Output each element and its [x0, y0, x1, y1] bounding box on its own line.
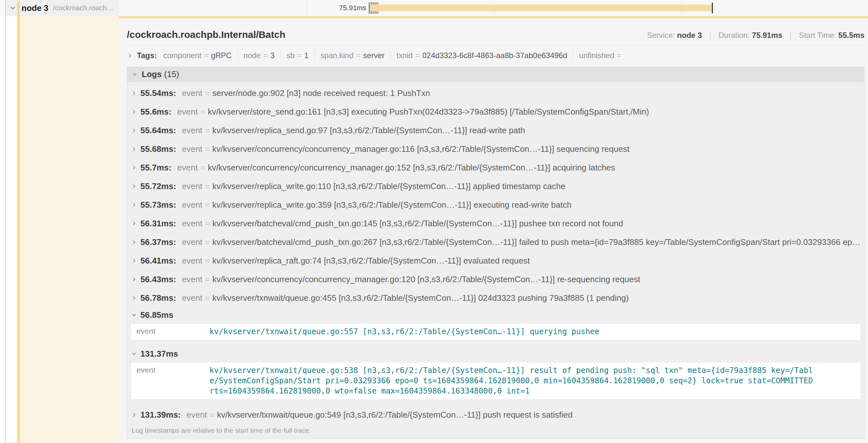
tag-key: span.kind: [320, 51, 354, 60]
log-timestamp: 55.68ms:: [141, 144, 176, 154]
logs-accordion-header[interactable]: Logs (15): [127, 67, 864, 82]
log-timestamp: 56.41ms:: [141, 256, 176, 266]
tag-key: unfinished: [579, 51, 614, 60]
log-field-key: event: [187, 410, 207, 420]
span-duration-label: 75.91ms: [302, 0, 366, 16]
chevron-right-icon[interactable]: [131, 109, 137, 115]
log-field-value: kv/kvserver/batcheval/cmd_push_txn.go:14…: [212, 218, 623, 229]
chevron-right-icon[interactable]: [131, 295, 137, 301]
tag-value: gRPC: [211, 51, 231, 60]
chevron-right-icon[interactable]: [131, 202, 137, 208]
chevron-right-icon[interactable]: [131, 183, 137, 190]
chevron-right-icon[interactable]: [131, 276, 137, 282]
tag-separator: [390, 51, 391, 60]
service-value: node 3: [677, 31, 702, 39]
log-field-key: event: [182, 237, 203, 247]
service-label: Service:: [647, 31, 675, 39]
log-field-value: kv/kvserver/batcheval/cmd_push_txn.go:26…: [212, 237, 860, 247]
log-row[interactable]: 56.43ms: event = kv/kvserver/concurrency…: [127, 270, 864, 288]
tag-item: txnid = 024d3323-6c8f-4863-aa8b-37ab0e63…: [396, 51, 567, 60]
log-equals: =: [205, 88, 210, 98]
chevron-down-icon[interactable]: [131, 312, 137, 318]
span-service-name: node 3: [22, 3, 49, 13]
log-row-expanded-header[interactable]: 131.37ms: [127, 346, 864, 362]
log-row[interactable]: 56.31ms: event = kv/kvserver/batcheval/c…: [127, 214, 864, 233]
meta-separator: |: [709, 31, 711, 39]
log-field-key: event: [182, 293, 203, 303]
log-field-key: event: [182, 144, 203, 154]
duration-label: Duration:: [719, 31, 750, 39]
log-row[interactable]: 55.73ms: event = kv/kvserver/replica_wri…: [127, 196, 864, 214]
log-timestamp: 131.39ms:: [141, 410, 181, 420]
log-equals: =: [200, 163, 205, 173]
span-detail-title: /cockroach.roachpb.Internal/Batch: [127, 29, 285, 40]
log-field-key: event: [182, 256, 203, 266]
chevron-right-icon[interactable]: [131, 239, 137, 245]
log-rows: 55.54ms: event = server/node.go:902 [n3]…: [127, 82, 864, 424]
chevron-down-icon[interactable]: [132, 71, 138, 77]
log-equals: =: [205, 181, 210, 191]
log-equals: =: [205, 256, 210, 266]
log-row[interactable]: 55.6ms: event = kv/kvserver/store_send.g…: [127, 102, 864, 121]
chevron-right-icon[interactable]: [131, 146, 137, 152]
log-row-expanded-header[interactable]: 56.85ms: [127, 307, 864, 322]
log-timestamp: 56.78ms:: [141, 293, 176, 303]
tag-equals: =: [617, 51, 621, 60]
log-field-value: kv/kvserver/concurrency/concurrency_mana…: [212, 274, 640, 284]
start-time-label: Start Time:: [799, 31, 836, 39]
log-row[interactable]: 55.68ms: event = kv/kvserver/concurrency…: [127, 140, 864, 158]
log-equals: =: [205, 126, 210, 135]
tag-equals: =: [356, 51, 361, 60]
tag-equals: =: [297, 51, 302, 60]
tag-equals: =: [263, 51, 268, 60]
log-timestamp: 55.72ms:: [141, 181, 176, 191]
span-name-tab[interactable]: node 3 /cockroach.roach…: [5, 0, 119, 16]
tag-key: node: [244, 51, 260, 60]
chevron-down-icon[interactable]: [9, 4, 17, 11]
log-detail-value: kv/kvserver/txnwait/queue.go:557 [n3,s3,…: [210, 323, 828, 340]
chevron-right-icon[interactable]: [131, 90, 137, 96]
log-field-value: kv/kvserver/store_send.go:161 [n3,s3] ex…: [208, 107, 649, 117]
span-timeline-row[interactable]: node 3 /cockroach.roach… 75.91ms: [0, 0, 868, 16]
log-row[interactable]: 56.37ms: event = kv/kvserver/batcheval/c…: [127, 233, 864, 251]
log-equals: =: [205, 144, 210, 154]
log-row[interactable]: 55.7ms: event = kv/kvserver/concurrency/…: [127, 158, 864, 177]
chevron-right-icon[interactable]: [131, 165, 137, 171]
log-row[interactable]: 55.64ms: event = kv/kvserver/replica_sen…: [127, 121, 864, 140]
log-timestamp: 55.73ms:: [141, 200, 176, 210]
log-timestamp: 56.31ms:: [141, 218, 176, 229]
log-field-key: event: [182, 88, 203, 98]
log-equals: =: [205, 200, 210, 210]
log-row[interactable]: 55.72ms: event = kv/kvserver/replica_wri…: [127, 177, 864, 196]
log-row[interactable]: 55.54ms: event = server/node.go:902 [n3]…: [127, 84, 864, 102]
span-color-stripe: [17, 1, 20, 443]
tag-item: unfinished =: [579, 51, 624, 60]
duration-value: 75.91ms: [752, 31, 782, 39]
tag-key: sb: [286, 51, 294, 60]
span-detail-header: /cockroach.roachpb.Internal/Batch Servic…: [127, 29, 865, 40]
tags-accordion-header[interactable]: Tags: component = gRPC node = 3 sb: [127, 48, 865, 63]
log-timestamp: 56.85ms: [141, 310, 174, 320]
logs-footer-note: Log timestamps are relative to the start…: [127, 424, 864, 438]
log-row[interactable]: 56.78ms: event = kv/kvserver/txnwait/que…: [127, 288, 864, 307]
tag-separator: [573, 51, 574, 60]
log-field-value: kv/kvserver/txnwait/queue.go:549 [n3,s3,…: [217, 410, 573, 420]
column-resizer-line[interactable]: [5, 0, 6, 443]
tag-equals: =: [204, 51, 209, 60]
log-equals: =: [200, 107, 205, 117]
tag-separator: [280, 51, 281, 60]
log-row[interactable]: 131.39ms: event = kv/kvserver/txnwait/qu…: [127, 405, 864, 424]
chevron-right-icon[interactable]: [131, 220, 137, 227]
tag-value: server: [363, 51, 384, 60]
chevron-right-icon[interactable]: [127, 53, 133, 59]
chevron-right-icon[interactable]: [131, 412, 137, 418]
chevron-right-icon[interactable]: [131, 128, 137, 134]
chevron-right-icon[interactable]: [131, 258, 137, 264]
logs-count: (15): [164, 69, 179, 79]
span-duration-bar[interactable]: [370, 4, 713, 11]
log-row[interactable]: 56.41ms: event = kv/kvserver/replica_raf…: [127, 251, 864, 270]
chevron-down-icon[interactable]: [131, 351, 137, 357]
log-detail-card: event kv/kvserver/txnwait/queue.go:557 […: [130, 323, 861, 340]
tag-value: 024d3323-6c8f-4863-aa8b-37ab0e63496d: [423, 51, 567, 60]
span-operation-name: /cockroach.roach…: [53, 4, 114, 12]
